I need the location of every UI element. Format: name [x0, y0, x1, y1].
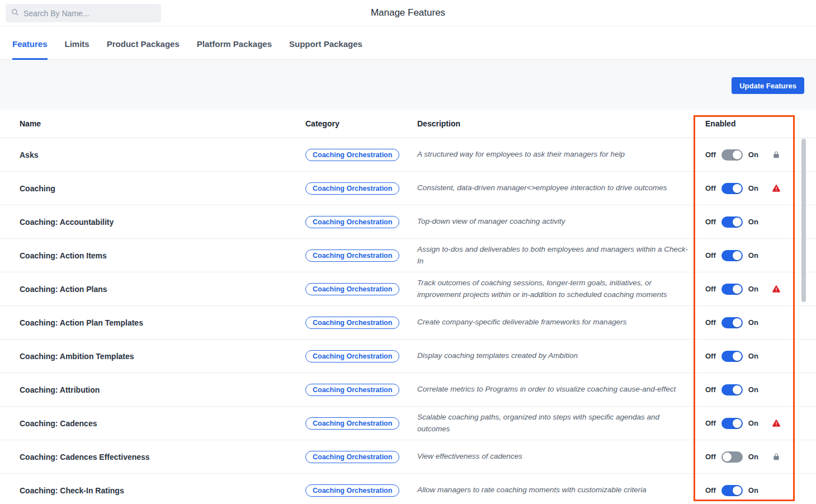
feature-description: Scalable coaching paths, organized into …	[417, 412, 705, 435]
toggle-off-label: Off	[705, 486, 716, 494]
lock-icon	[772, 150, 781, 159]
feature-category-cell: Coaching Orchestration	[305, 317, 417, 329]
feature-toggle[interactable]	[721, 183, 743, 194]
toggle-knob	[733, 184, 742, 193]
toggle-off-label: Off	[705, 150, 716, 159]
feature-toggle[interactable]	[721, 216, 743, 228]
tab-support-packages[interactable]: Support Packages	[289, 39, 362, 60]
toggle-knob	[733, 251, 742, 260]
warning-icon	[772, 184, 781, 193]
table-row: CoachingCoaching OrchestrationConsistent…	[0, 172, 816, 205]
enabled-cell: OffOn	[705, 485, 816, 496]
toggle-knob	[733, 285, 742, 294]
feature-description: Allow managers to rate coaching moments …	[417, 484, 705, 496]
feature-category-cell: Coaching Orchestration	[305, 216, 417, 228]
toggle-off-label: Off	[705, 184, 716, 192]
table-row: Coaching: Action ItemsCoaching Orchestra…	[0, 239, 816, 272]
column-header-enabled: Enabled	[705, 119, 816, 128]
toggle-on-label: On	[748, 184, 758, 192]
enabled-cell: OffOn	[705, 451, 816, 463]
toggle-on-label: On	[748, 453, 758, 461]
feature-name: Coaching: Attribution	[20, 385, 305, 394]
tab-limits[interactable]: Limits	[65, 39, 89, 60]
feature-category-cell: Coaching Orchestration	[305, 484, 417, 497]
toggle-knob	[733, 318, 742, 327]
table-body: AsksCoaching OrchestrationA structured w…	[0, 138, 816, 504]
enabled-cell: OffOn	[705, 183, 816, 194]
tab-bar: FeaturesLimitsProduct PackagesPlatform P…	[0, 26, 816, 60]
enabled-cell: OffOn	[705, 317, 816, 328]
feature-name: Coaching: Check-In Ratings	[20, 486, 305, 495]
feature-description: Create company-specific deliverable fram…	[417, 317, 705, 328]
feature-category-cell: Coaching Orchestration	[305, 283, 417, 295]
feature-toggle[interactable]	[721, 485, 743, 496]
tab-features[interactable]: Features	[12, 39, 48, 60]
no-status-icon	[772, 486, 781, 495]
scrollbar-thumb[interactable]	[801, 139, 806, 302]
toggle-off-label: Off	[705, 285, 716, 293]
tab-product-packages[interactable]: Product Packages	[107, 39, 180, 60]
table-row: Coaching: AttributionCoaching Orchestrat…	[0, 373, 816, 407]
toggle-on-label: On	[748, 419, 758, 427]
feature-toggle[interactable]	[721, 451, 743, 463]
toggle-on-label: On	[748, 318, 758, 327]
enabled-cell: OffOn	[705, 384, 816, 395]
no-status-icon	[772, 218, 781, 227]
category-badge: Coaching Orchestration	[305, 283, 399, 295]
table-row: Coaching: Cadences EffectivenessCoaching…	[0, 440, 816, 474]
feature-name: Coaching: Accountability	[20, 218, 305, 227]
enabled-cell: OffOn	[705, 149, 816, 161]
feature-category-cell: Coaching Orchestration	[305, 182, 417, 195]
table-row: Coaching: Action PlansCoaching Orchestra…	[0, 272, 816, 306]
category-badge: Coaching Orchestration	[305, 451, 399, 463]
table-row: Coaching: Check-In RatingsCoaching Orche…	[0, 474, 816, 504]
feature-toggle[interactable]	[721, 317, 743, 328]
column-header-name: Name	[20, 119, 305, 128]
toggle-knob	[733, 218, 742, 227]
feature-description: Assign to-dos and deliverables to both e…	[417, 244, 705, 267]
category-badge: Coaching Orchestration	[305, 182, 399, 195]
feature-toggle[interactable]	[721, 250, 743, 261]
category-badge: Coaching Orchestration	[305, 484, 399, 497]
feature-name: Coaching: Action Plan Templates	[20, 318, 305, 327]
feature-category-cell: Coaching Orchestration	[305, 417, 417, 430]
toggle-on-label: On	[748, 150, 758, 159]
toggle-knob	[733, 352, 742, 361]
warning-icon	[772, 419, 781, 428]
feature-toggle[interactable]	[721, 351, 743, 362]
feature-name: Coaching: Action Plans	[20, 285, 305, 294]
table-row: AsksCoaching OrchestrationA structured w…	[0, 138, 816, 172]
feature-description: Top-down view of manager coaching activi…	[417, 216, 705, 228]
toggle-knob	[733, 486, 742, 495]
enabled-cell: OffOn	[705, 250, 816, 261]
toggle-knob	[723, 453, 732, 461]
feature-toggle[interactable]	[721, 149, 743, 161]
feature-toggle[interactable]	[721, 384, 743, 395]
feature-name: Coaching: Cadences	[20, 419, 305, 428]
table-header-row: NameCategoryDescriptionEnabled	[0, 110, 816, 138]
topbar: Manage Features	[0, 0, 816, 26]
toggle-off-label: Off	[705, 218, 716, 226]
feature-category-cell: Coaching Orchestration	[305, 249, 417, 262]
toggle-knob	[733, 150, 742, 159]
tab-platform-packages[interactable]: Platform Packages	[197, 39, 272, 60]
enabled-cell: OffOn	[705, 418, 816, 429]
feature-name: Coaching	[20, 184, 305, 193]
toggle-knob	[733, 385, 742, 394]
enabled-cell: OffOn	[705, 284, 816, 295]
toggle-off-label: Off	[705, 385, 716, 394]
feature-toggle[interactable]	[721, 418, 743, 429]
update-features-button[interactable]: Update Features	[732, 77, 804, 94]
feature-name: Coaching: Ambition Templates	[20, 352, 305, 361]
toggle-on-label: On	[748, 385, 758, 394]
feature-name: Coaching: Cadences Effectiveness	[20, 453, 305, 461]
toggle-on-label: On	[748, 486, 758, 494]
toggle-on-label: On	[748, 352, 758, 360]
feature-toggle[interactable]	[721, 284, 743, 295]
toggle-off-label: Off	[705, 318, 716, 327]
feature-description: Track outcomes of coaching sessions, lon…	[417, 277, 705, 301]
column-header-category: Category	[305, 119, 417, 128]
category-badge: Coaching Orchestration	[305, 149, 399, 161]
warning-icon	[772, 285, 781, 294]
toggle-off-label: Off	[705, 419, 716, 427]
